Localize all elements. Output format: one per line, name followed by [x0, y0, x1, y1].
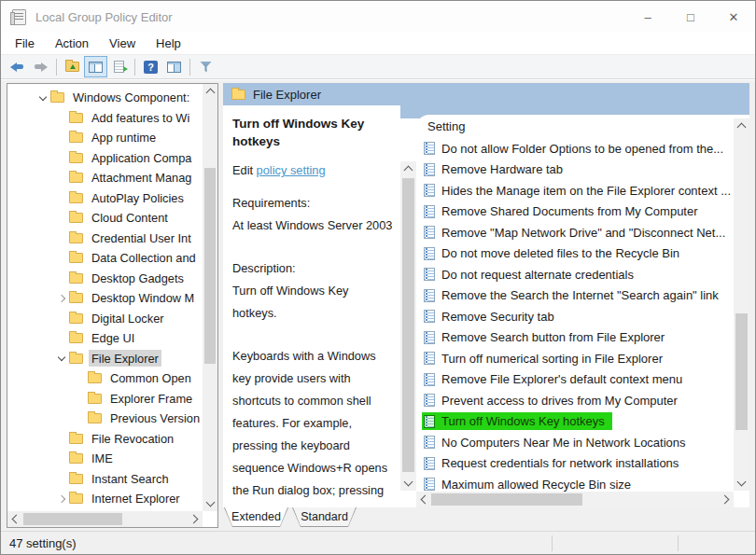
show-preview-pane-button[interactable] [162, 56, 186, 77]
tree-item[interactable]: Common Open [7, 368, 203, 389]
description-scrollbar[interactable] [400, 161, 416, 491]
folder-icon [69, 253, 83, 263]
tree-item[interactable]: Application Compa [7, 148, 203, 169]
scroll-right-button[interactable] [188, 511, 203, 526]
scrollbar-thumb[interactable] [402, 178, 414, 472]
scroll-down-button[interactable] [400, 476, 415, 491]
scroll-down-button[interactable] [203, 496, 217, 511]
tree-item[interactable]: Attachment Manag [7, 168, 203, 188]
setting-label: No Computers Near Me in Network Location… [441, 436, 686, 450]
tree-item[interactable]: Edge UI [7, 328, 203, 349]
scroll-up-button[interactable] [400, 161, 415, 176]
scroll-up-button[interactable] [203, 84, 217, 99]
menu-help[interactable]: Help [146, 34, 191, 54]
folder-icon [69, 153, 83, 163]
setting-row-content: Maximum allowed Recycle Bin size [422, 476, 638, 492]
tree-item[interactable]: Instant Search [7, 469, 203, 490]
chevron-down-icon[interactable] [54, 356, 69, 360]
policy-setting-icon [424, 352, 435, 365]
setting-row[interactable]: Remove "Map Network Drive" and "Disconne… [416, 222, 734, 243]
setting-row[interactable]: Turn off numerical sorting in File Explo… [416, 348, 734, 369]
tree-item[interactable]: Desktop Window M [7, 288, 203, 309]
edit-policy-setting-link[interactable]: policy setting [257, 163, 326, 177]
maximize-button[interactable]: □ [669, 1, 712, 33]
tree-item[interactable]: Cloud Content [7, 208, 203, 229]
tree-item[interactable]: Data Collection and [7, 248, 203, 269]
filter-button[interactable] [194, 56, 217, 77]
setting-row[interactable]: No Computers Near Me in Network Location… [416, 432, 734, 453]
list-vertical-scrollbar[interactable] [734, 118, 749, 491]
setting-row[interactable]: Remove the Search the Internet "Search a… [416, 285, 734, 307]
setting-row[interactable]: Remove File Explorer's default context m… [416, 369, 734, 391]
tree-item[interactable]: Digital Locker [7, 309, 203, 329]
folder-icon [69, 213, 83, 223]
tree-item[interactable]: Add features to Wi [7, 108, 203, 129]
setting-row[interactable]: Remove Security tab [416, 306, 734, 327]
tree-item[interactable]: Credential User Int [7, 229, 203, 249]
scrollbar-thumb[interactable] [23, 513, 122, 525]
setting-row[interactable]: Do not allow Folder Options to be opened… [416, 138, 734, 160]
export-list-icon [114, 61, 124, 73]
tree-item[interactable]: App runtime [7, 128, 203, 148]
edit-prefix: Edit [232, 163, 257, 177]
setting-row[interactable]: Remove Search button from File Explorer [416, 327, 734, 349]
setting-label: Do not move deleted files to the Recycle… [441, 246, 679, 260]
tree-item[interactable]: Previous Version [7, 409, 203, 429]
minimize-button[interactable]: – [626, 1, 669, 33]
setting-row[interactable]: Do not request alternate credentials [416, 264, 734, 285]
chevron-right-icon[interactable] [54, 496, 69, 502]
setting-row[interactable]: Remove Shared Documents from My Computer [416, 201, 734, 223]
back-button[interactable] [6, 56, 29, 77]
scroll-left-button[interactable] [416, 492, 431, 506]
setting-row[interactable]: Do not move deleted files to the Recycle… [416, 243, 734, 265]
tree-item[interactable]: Desktop Gadgets [7, 269, 203, 289]
tab-standard[interactable]: Standard [292, 507, 357, 527]
tree-item[interactable]: IME [7, 449, 203, 469]
menu-file[interactable]: File [5, 34, 45, 54]
setting-row[interactable]: Request credentials for network installa… [416, 453, 734, 475]
scrollbar-thumb[interactable] [735, 313, 748, 430]
tab-extended[interactable]: Extended [224, 507, 288, 527]
setting-row-content: Request credentials for network installa… [422, 454, 686, 472]
tree-item[interactable]: File Explorer [7, 349, 203, 369]
scrollbar-thumb[interactable] [204, 168, 216, 364]
menu-view[interactable]: View [99, 34, 146, 54]
help-button[interactable]: ? [139, 56, 162, 77]
filter-icon [200, 62, 212, 73]
close-button[interactable]: ✕ [712, 1, 755, 33]
scroll-down-button[interactable] [734, 476, 749, 491]
tree-item-label: Application Compa [89, 149, 194, 166]
folder-icon [88, 373, 102, 383]
tree-horizontal-scrollbar[interactable] [7, 511, 203, 527]
scrollbar-thumb[interactable] [431, 493, 582, 506]
folder-icon [69, 193, 83, 203]
policy-setting-icon [424, 163, 435, 176]
scroll-left-button[interactable] [7, 511, 22, 526]
list-horizontal-scrollbar[interactable] [416, 492, 734, 507]
tree-vertical-scrollbar[interactable] [203, 84, 217, 511]
scroll-up-button[interactable] [734, 118, 749, 133]
policy-setting-icon [424, 478, 435, 491]
scroll-right-button[interactable] [719, 492, 734, 506]
forward-button[interactable] [29, 56, 52, 77]
chevron-down-icon[interactable] [35, 96, 50, 100]
tree-item[interactable]: Internet Explorer [7, 489, 203, 509]
setting-label: Remove Search button from File Explorer [441, 330, 665, 344]
show-console-tree-button[interactable] [84, 56, 107, 77]
setting-row[interactable]: Hides the Manage item on the File Explor… [416, 180, 734, 201]
setting-label: Request credentials for network installa… [441, 456, 679, 470]
tree-item[interactable]: Explorer Frame [7, 389, 203, 409]
tree-item[interactable]: File Revocation [7, 429, 203, 450]
setting-row[interactable]: Maximum allowed Recycle Bin size [416, 474, 734, 492]
chevron-right-icon[interactable] [54, 296, 69, 301]
menu-action[interactable]: Action [45, 34, 99, 54]
tree-item[interactable]: Windows Component: [7, 88, 203, 108]
setting-row[interactable]: Turn off Windows Key hotkeys [416, 411, 734, 433]
export-list-button[interactable] [107, 56, 131, 77]
setting-row[interactable]: Remove Hardware tab [416, 160, 734, 181]
setting-column-header[interactable]: Setting [416, 115, 734, 138]
tree-item[interactable]: AutoPlay Policies [7, 188, 203, 209]
description-label: Description: [232, 257, 393, 280]
setting-row[interactable]: Prevent access to drives from My Compute… [416, 390, 734, 411]
up-one-level-button[interactable] [61, 56, 84, 77]
